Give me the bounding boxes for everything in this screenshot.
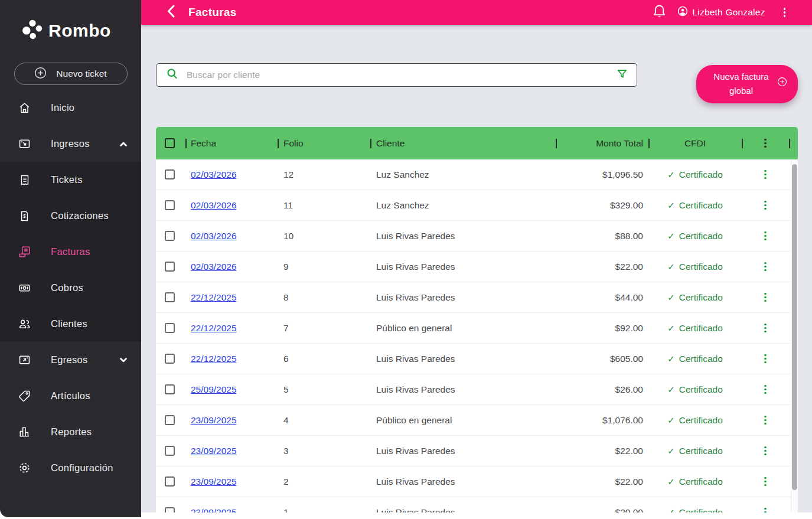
sidebar-item-configuracion[interactable]: Configuración	[0, 450, 141, 486]
invoice-date-link[interactable]: 25/09/2025	[191, 384, 237, 395]
invoice-date-link[interactable]: 02/03/2026	[191, 231, 237, 241]
row-actions-button[interactable]	[762, 230, 768, 243]
invoice-row: 23/09/2025 3 Luis Rivas Paredes $22.00 ✓…	[156, 436, 798, 466]
row-checkbox[interactable]	[165, 354, 175, 364]
column-header-folio[interactable]: Folio	[278, 127, 370, 159]
notifications-button[interactable]	[653, 4, 666, 21]
invoice-date-link[interactable]: 22/12/2025	[191, 292, 237, 303]
main-area: Facturas	[141, 0, 812, 517]
invoice-date-link[interactable]: 23/09/2025	[191, 415, 237, 426]
cfdi-status-text: Certificado	[679, 415, 723, 426]
check-icon: ✓	[667, 384, 675, 395]
amount-value: $22.00	[615, 262, 643, 272]
row-actions-button[interactable]	[762, 260, 768, 273]
new-invoice-button[interactable]: Nueva factura global	[696, 65, 798, 104]
folio-value: 7	[283, 323, 289, 334]
invoice-row: 22/12/2025 6 Luis Rivas Paredes $605.00 …	[156, 344, 798, 374]
new-invoice-label: Nueva factura global	[710, 70, 772, 99]
sidebar-item-reportes[interactable]: Reportes	[0, 414, 141, 450]
row-checkbox[interactable]	[165, 476, 175, 487]
sidebar-item-tickets[interactable]: Tickets	[0, 162, 141, 198]
amount-value: $605.00	[610, 354, 643, 364]
bell-icon	[653, 4, 666, 21]
amount-value: $26.00	[615, 384, 643, 395]
topbar-more-button[interactable]	[782, 6, 788, 19]
check-icon: ✓	[667, 415, 675, 426]
row-actions-button[interactable]	[762, 291, 768, 304]
sidebar-item-cobros[interactable]: Cobros	[0, 270, 141, 306]
sidebar-item-egresos[interactable]: Egresos	[0, 342, 141, 378]
new-ticket-label: Nuevo ticket	[56, 68, 106, 79]
select-all-checkbox[interactable]	[165, 138, 175, 148]
sidebar-item-articulos[interactable]: Artículos	[0, 378, 141, 414]
ingresos-submenu: Tickets $ Cotizaciones	[0, 162, 141, 342]
column-header-monto-total[interactable]: Monto Total	[556, 127, 648, 159]
invoice-table: Fecha Folio Cliente Monto Total CFDI 02/…	[156, 127, 798, 517]
row-checkbox[interactable]	[165, 169, 175, 179]
amount-value: $22.00	[615, 476, 643, 487]
ingresos-tray-in-icon	[18, 137, 31, 151]
row-checkbox[interactable]	[165, 384, 175, 394]
check-icon: ✓	[667, 446, 675, 456]
row-checkbox[interactable]	[165, 200, 175, 210]
cfdi-status-text: Certificado	[679, 262, 723, 272]
sidebar-item-facturas[interactable]: Facturas	[0, 234, 141, 270]
client-name: Público en general	[376, 415, 452, 426]
sidebar-item-clientes[interactable]: Clientes	[0, 306, 141, 342]
row-checkbox[interactable]	[165, 292, 175, 302]
filter-button[interactable]	[617, 68, 628, 81]
row-checkbox[interactable]	[165, 323, 175, 333]
chevron-left-icon	[166, 4, 176, 20]
scrollbar-thumb[interactable]	[792, 164, 797, 490]
plus-circle-icon	[34, 67, 47, 81]
sidebar-item-cotizaciones[interactable]: $ Cotizaciones	[0, 198, 141, 234]
invoice-table-body: 02/03/2026 12 Luz Sanchez $1,096.50 ✓ Ce…	[156, 159, 798, 517]
row-actions-button[interactable]	[762, 475, 768, 488]
column-header-cliente[interactable]: Cliente	[370, 127, 556, 159]
row-checkbox[interactable]	[165, 231, 175, 241]
invoice-row: 23/09/2025 2 Luis Rivas Paredes $22.00 ✓…	[156, 466, 798, 497]
invoice-date-link[interactable]: 22/12/2025	[191, 323, 237, 334]
row-actions-button[interactable]	[762, 199, 768, 212]
app-window: Rombo Nuevo ticket Inicio	[0, 0, 812, 517]
row-checkbox[interactable]	[165, 446, 175, 456]
header-kebab-icon[interactable]	[762, 137, 768, 150]
folio-value: 4	[283, 415, 289, 426]
quote-document-icon: $	[18, 209, 31, 223]
column-header-fecha[interactable]: Fecha	[185, 127, 278, 159]
invoice-date-link[interactable]: 23/09/2025	[191, 476, 237, 487]
row-checkbox[interactable]	[165, 415, 175, 425]
ticket-receipt-icon	[18, 173, 31, 187]
row-actions-button[interactable]	[762, 414, 768, 427]
invoice-date-link[interactable]: 02/03/2026	[191, 262, 237, 272]
sidebar-item-ingresos[interactable]: Ingresos	[0, 126, 141, 162]
user-menu[interactable]: Lizbeth Gonzalez	[677, 6, 765, 19]
search-input[interactable]	[187, 70, 608, 80]
sidebar-item-inicio[interactable]: Inicio	[0, 90, 141, 126]
row-checkbox[interactable]	[165, 262, 175, 272]
sidebar-item-label: Inicio	[51, 102, 74, 113]
row-actions-button[interactable]	[762, 322, 768, 335]
column-header-cfdi[interactable]: CFDI	[648, 127, 742, 159]
row-actions-button[interactable]	[762, 383, 768, 396]
rombo-logo-mark-icon	[22, 19, 43, 42]
row-actions-button[interactable]	[762, 352, 768, 365]
home-icon	[18, 101, 31, 115]
cfdi-status-badge: ✓ Certificado	[667, 231, 723, 241]
amount-value: $88.00	[615, 231, 643, 241]
invoice-date-link[interactable]: 02/03/2026	[191, 169, 237, 180]
invoice-date-link[interactable]: 22/12/2025	[191, 354, 237, 364]
new-ticket-button[interactable]: Nuevo ticket	[14, 63, 128, 85]
invoice-date-link[interactable]: 02/03/2026	[191, 200, 237, 211]
row-actions-button[interactable]	[762, 445, 768, 458]
back-button[interactable]	[166, 4, 176, 20]
invoice-date-link[interactable]: 23/09/2025	[191, 446, 237, 456]
row-actions-button[interactable]	[762, 168, 768, 181]
invoice-row: 22/12/2025 7 Público en general $92.00 ✓…	[156, 313, 798, 344]
kebab-icon	[784, 8, 786, 17]
client-name: Luz Sanchez	[376, 169, 429, 180]
search-box	[156, 63, 637, 87]
client-name: Luis Rivas Paredes	[376, 384, 455, 395]
client-name: Luis Rivas Paredes	[376, 446, 455, 456]
folio-value: 6	[283, 354, 289, 364]
